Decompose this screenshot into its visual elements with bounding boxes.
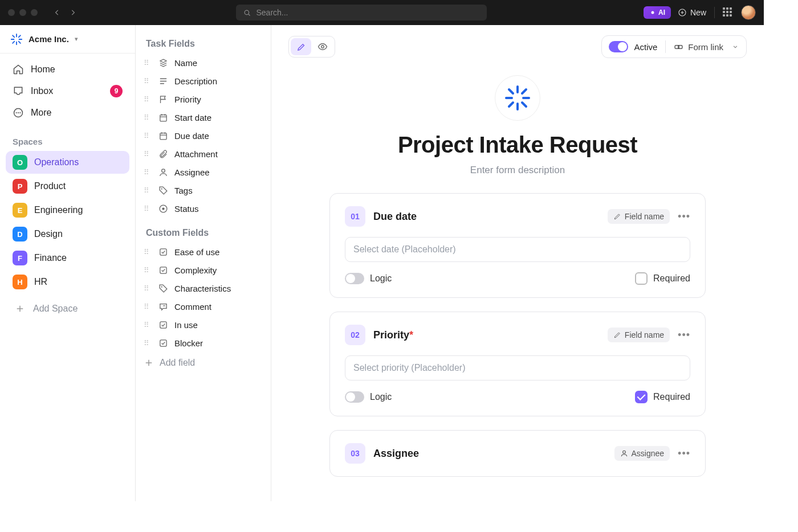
form-link-menu[interactable] bbox=[731, 43, 739, 51]
field-title: Assignee bbox=[373, 448, 419, 460]
sparkle-icon bbox=[649, 9, 656, 16]
drag-handle-icon[interactable]: ⠿ bbox=[144, 95, 152, 104]
global-search[interactable]: Search... bbox=[236, 5, 487, 21]
field-name[interactable]: ⠿Name bbox=[136, 54, 271, 72]
preview-mode-button[interactable] bbox=[312, 38, 333, 55]
logic-toggle[interactable] bbox=[345, 391, 364, 403]
space-item-design[interactable]: DDesign bbox=[6, 223, 129, 245]
field-in-use[interactable]: ⠿In use bbox=[136, 316, 271, 334]
logic-label: Logic bbox=[370, 273, 392, 284]
field-menu-button[interactable]: ••• bbox=[678, 211, 690, 223]
field-priority[interactable]: ⠿Priority bbox=[136, 90, 271, 108]
nav-inbox[interactable]: Inbox 9 bbox=[7, 81, 128, 101]
new-button[interactable]: New bbox=[678, 8, 706, 17]
inbox-badge: 9 bbox=[110, 85, 123, 97]
field-characteristics[interactable]: ⠿Characteristics bbox=[136, 279, 271, 297]
space-item-operations[interactable]: OOperations bbox=[6, 151, 129, 174]
field-chip[interactable]: Assignee bbox=[614, 446, 670, 461]
required-label: Required bbox=[653, 273, 690, 284]
drag-handle-icon[interactable]: ⠿ bbox=[144, 59, 152, 67]
space-badge: F bbox=[13, 251, 27, 265]
field-label: Ease of use bbox=[174, 247, 219, 257]
field-comment[interactable]: ⠿Comment bbox=[136, 297, 271, 316]
form-icon[interactable] bbox=[495, 75, 540, 121]
field-chip[interactable]: Field name bbox=[608, 209, 670, 224]
field-attachment[interactable]: ⠿Attachment bbox=[136, 145, 271, 163]
drag-handle-icon[interactable]: ⠿ bbox=[144, 204, 152, 213]
form-field-card[interactable]: 01 Due date Field name ••• Select date (… bbox=[329, 193, 706, 298]
user-avatar[interactable] bbox=[741, 5, 756, 20]
drag-handle-icon[interactable]: ⠿ bbox=[144, 284, 152, 293]
space-label: Engineering bbox=[34, 205, 83, 215]
drag-handle-icon[interactable]: ⠿ bbox=[144, 132, 152, 140]
check-sq-icon bbox=[157, 319, 169, 330]
field-label: Characteristics bbox=[174, 284, 231, 293]
field-label: Start date bbox=[174, 113, 211, 122]
field-assignee[interactable]: ⠿Assignee bbox=[136, 163, 271, 181]
drag-handle-icon[interactable]: ⠿ bbox=[144, 339, 152, 347]
field-tags[interactable]: ⠿Tags bbox=[136, 181, 271, 199]
drag-handle-icon[interactable]: ⠿ bbox=[144, 168, 152, 177]
field-description[interactable]: ⠿Description bbox=[136, 72, 271, 90]
apps-grid-icon[interactable] bbox=[723, 7, 733, 18]
link-icon bbox=[674, 42, 683, 52]
space-item-hr[interactable]: HHR bbox=[6, 271, 129, 293]
drag-handle-icon[interactable]: ⠿ bbox=[144, 266, 152, 275]
lines-icon bbox=[157, 75, 169, 87]
drag-handle-icon[interactable]: ⠿ bbox=[144, 113, 152, 122]
drag-handle-icon[interactable]: ⠿ bbox=[144, 77, 152, 85]
drag-handle-icon[interactable]: ⠿ bbox=[144, 248, 152, 256]
form-title[interactable]: Project Intake Request bbox=[288, 132, 747, 158]
drag-handle-icon[interactable]: ⠿ bbox=[144, 186, 152, 195]
workspace-switcher[interactable]: Acme Inc. ▾ bbox=[0, 25, 135, 54]
drag-handle-icon[interactable]: ⠿ bbox=[144, 302, 152, 311]
edit-mode-button[interactable] bbox=[291, 38, 311, 55]
field-label: Comment bbox=[174, 302, 211, 312]
svg-point-23 bbox=[651, 11, 654, 14]
nav-back-button[interactable] bbox=[50, 6, 64, 19]
form-field-card[interactable]: 03 Assignee Assignee ••• bbox=[329, 430, 706, 477]
space-item-product[interactable]: PProduct bbox=[6, 175, 129, 198]
required-checkbox[interactable] bbox=[635, 391, 648, 403]
form-description-placeholder[interactable]: Enter form description bbox=[288, 165, 747, 176]
field-placeholder-input[interactable]: Select priority (Placeholder) bbox=[345, 355, 690, 380]
field-placeholder-input[interactable]: Select date (Placeholder) bbox=[345, 237, 690, 262]
field-ease-of-use[interactable]: ⠿Ease of use bbox=[136, 243, 271, 261]
add-space-button[interactable]: Add Space bbox=[6, 297, 129, 321]
field-complexity[interactable]: ⠿Complexity bbox=[136, 261, 271, 279]
edit-icon bbox=[613, 331, 621, 339]
space-item-engineering[interactable]: EEngineering bbox=[6, 199, 129, 222]
field-blocker[interactable]: ⠿Blocker bbox=[136, 334, 271, 352]
field-status[interactable]: ⠿Status bbox=[136, 199, 271, 218]
space-item-finance[interactable]: FFinance bbox=[6, 247, 129, 269]
field-title: Priority* bbox=[373, 329, 413, 341]
field-menu-button[interactable]: ••• bbox=[678, 448, 690, 460]
field-start-date[interactable]: ⠿Start date bbox=[136, 108, 271, 126]
field-label: Name bbox=[174, 58, 197, 68]
required-checkbox[interactable] bbox=[635, 272, 648, 285]
plus-circle-icon bbox=[678, 8, 687, 17]
field-label: Complexity bbox=[174, 265, 217, 275]
field-chip[interactable]: Field name bbox=[608, 328, 670, 342]
drag-handle-icon[interactable]: ⠿ bbox=[144, 150, 152, 158]
inbox-icon bbox=[13, 85, 24, 97]
form-link-button[interactable]: Form link bbox=[674, 42, 723, 52]
stack-icon bbox=[157, 57, 169, 68]
drag-handle-icon[interactable]: ⠿ bbox=[144, 321, 152, 329]
field-label: Status bbox=[174, 204, 199, 214]
form-status-bar: Active Form link bbox=[601, 35, 747, 58]
add-field-button[interactable]: Add field bbox=[136, 352, 271, 374]
field-due-date[interactable]: ⠿Due date bbox=[136, 126, 271, 145]
window-controls[interactable] bbox=[8, 9, 38, 16]
form-field-card[interactable]: 02 Priority* Field name ••• Select prior… bbox=[329, 312, 706, 416]
space-badge: D bbox=[13, 227, 27, 242]
field-label: Tags bbox=[174, 186, 193, 195]
nav-home[interactable]: Home bbox=[7, 59, 128, 80]
logic-toggle[interactable] bbox=[345, 273, 364, 284]
active-toggle[interactable] bbox=[609, 41, 628, 52]
nav-more[interactable]: More bbox=[7, 103, 128, 123]
space-badge: O bbox=[13, 155, 27, 170]
nav-forward-button[interactable] bbox=[66, 6, 80, 19]
ai-button[interactable]: AI bbox=[644, 6, 671, 19]
field-menu-button[interactable]: ••• bbox=[678, 329, 690, 341]
